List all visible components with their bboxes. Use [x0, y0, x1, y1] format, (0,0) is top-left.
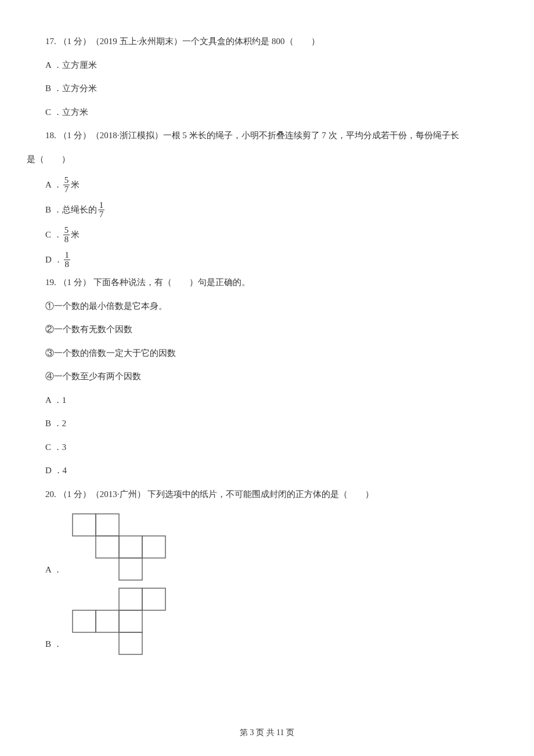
svg-rect-10	[119, 610, 142, 632]
q19-statement-3: ③一个数的倍数一定大于它的因数	[45, 347, 511, 360]
fraction-denominator: 8	[64, 260, 71, 269]
q17-option-a: A ．立方厘米	[45, 59, 511, 72]
q19-statement-4: ④一个数至少有两个因数	[45, 370, 511, 383]
q17-option-b: B ．立方分米	[45, 82, 511, 95]
svg-rect-11	[119, 632, 142, 654]
q20-option-a: A ．	[45, 511, 511, 581]
svg-rect-9	[96, 610, 119, 632]
q18-option-b-fraction: 1 7	[98, 201, 105, 219]
q19-option-d: D ．4	[45, 464, 511, 477]
q19-option-c: C ．3	[45, 441, 511, 454]
q17-option-c: C ．立方米	[45, 106, 511, 119]
q20-option-b: B ．	[45, 585, 511, 655]
svg-rect-3	[119, 536, 142, 558]
q18-option-a-fraction: 5 7	[63, 176, 70, 194]
q18-option-a-suffix: 米	[71, 178, 80, 192]
svg-rect-2	[96, 536, 119, 558]
svg-rect-8	[73, 610, 96, 632]
q18-option-a: A ． 5 7 米	[45, 176, 511, 194]
fraction-numerator: 5	[63, 226, 70, 235]
q18-stem-part2: 是（ ）	[27, 153, 511, 166]
svg-rect-1	[96, 514, 119, 536]
q17-stem: 17. （1 分）（2019 五上·永州期末）一个文具盒的体积约是 800（ ）	[45, 35, 511, 48]
q18-stem-part1: 18. （1 分）（2018·浙江模拟）一根 5 米长的绳子，小明不折叠连续剪了…	[45, 129, 511, 142]
fraction-numerator: 1	[98, 201, 105, 210]
q19-statement-2: ②一个数有无数个因数	[45, 323, 511, 336]
cube-net-a-icon	[67, 511, 189, 581]
q18-option-c: C ． 5 8 米	[45, 226, 511, 244]
fraction-denominator: 7	[98, 210, 105, 219]
q18-option-c-prefix: C ．	[45, 228, 62, 242]
q19-stem: 19. （1 分） 下面各种说法，有（ ）句是正确的。	[45, 276, 511, 289]
q19-option-a: A ．1	[45, 394, 511, 407]
cube-net-b-icon	[67, 585, 189, 655]
q18-option-a-prefix: A ．	[45, 178, 62, 192]
svg-rect-7	[142, 588, 165, 610]
q18-option-d-prefix: D ．	[45, 253, 63, 267]
q18-option-d-fraction: 1 8	[64, 251, 71, 269]
fraction-denominator: 8	[63, 235, 70, 244]
q18-option-d: D ． 1 8	[45, 251, 511, 269]
q20-option-b-label: B ．	[45, 638, 62, 656]
q18-option-c-suffix: 米	[71, 228, 80, 242]
fraction-numerator: 1	[64, 251, 71, 260]
q18-option-b-prefix: B ．总绳长的	[45, 203, 97, 217]
svg-rect-5	[119, 558, 142, 580]
q19-option-b: B ．2	[45, 417, 511, 430]
q20-stem: 20. （1 分）（2013·广州） 下列选项中的纸片，不可能围成封闭的正方体的…	[45, 488, 511, 501]
svg-rect-6	[119, 588, 142, 610]
q18-option-c-fraction: 5 8	[63, 226, 70, 244]
q20-option-a-label: A ．	[45, 563, 62, 581]
fraction-numerator: 5	[63, 176, 70, 185]
fraction-denominator: 7	[63, 185, 70, 194]
page-footer: 第 3 页 共 11 页	[0, 726, 534, 739]
svg-rect-0	[73, 514, 96, 536]
svg-rect-4	[142, 536, 165, 558]
q19-statement-1: ①一个数的最小倍数是它本身。	[45, 300, 511, 313]
q18-option-b: B ．总绳长的 1 7	[45, 201, 511, 219]
